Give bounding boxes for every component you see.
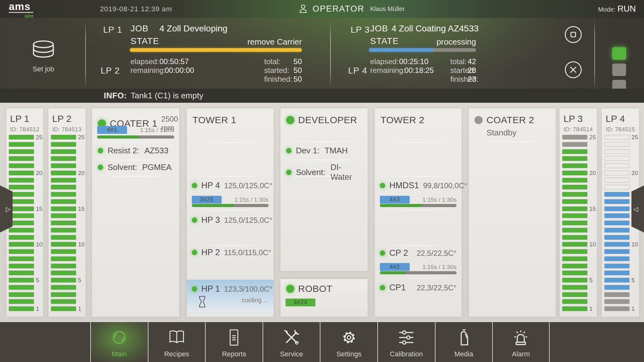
close-icon xyxy=(564,61,582,79)
panel-developer[interactable]: DEVELOPER Dev 1:TMAH Solvent:DI-Water xyxy=(280,108,368,271)
wafer-slot: 5 xyxy=(604,278,638,282)
status-dot xyxy=(286,116,294,124)
finished-value: 23 xyxy=(461,75,476,84)
wafer-slot xyxy=(9,264,42,268)
divider xyxy=(284,141,364,142)
lp2-label[interactable]: LP 2 xyxy=(101,66,120,76)
loadport-card-lp3[interactable]: LP 3 ID: 784514 2520151051 xyxy=(560,108,597,317)
wafer-slot xyxy=(51,156,84,161)
panel-coater2[interactable]: COATER 2 Standby xyxy=(469,108,556,317)
wafer-slot: 25 xyxy=(604,135,638,140)
panel-tower2[interactable]: TOWER 2 HMDS1 99,8/100,0C° 4#3 1:15s / 1… xyxy=(375,108,462,317)
set-job-button[interactable]: Set job xyxy=(25,40,62,73)
nav-label: Alarm xyxy=(512,350,530,358)
slot-number: 25 xyxy=(78,134,85,141)
nav-item-calibration[interactable]: Calibration xyxy=(377,322,435,362)
wafer-slot xyxy=(51,185,84,189)
wafer-slot xyxy=(51,221,84,225)
wafer-slot xyxy=(562,199,596,204)
nav-item-recipes[interactable]: Recipes xyxy=(148,322,205,362)
elapsed-value: 00:25:10 xyxy=(399,57,428,66)
unit-cp1[interactable]: CP1 22,3/22,5C° xyxy=(380,283,457,293)
slot-number: 1 xyxy=(631,305,635,312)
job-panel-lp34[interactable]: LP 3 LP 4 JOB 4 Zoll Coating AZ4533 STAT… xyxy=(344,18,485,89)
expand-right-icon: ▷ xyxy=(6,205,11,213)
nav-item-settings[interactable]: Settings xyxy=(320,322,377,362)
wafer-slot xyxy=(604,156,638,161)
nav-item-media[interactable]: Media xyxy=(435,322,492,362)
slot-number: 1 xyxy=(36,305,39,312)
divider xyxy=(95,176,176,177)
wafer-slot: 15 xyxy=(562,206,596,211)
divider xyxy=(594,19,595,90)
cancel-button[interactable] xyxy=(564,61,582,79)
loadport-card-lp2[interactable]: LP 2 ID: 784513 2520151051 xyxy=(48,108,86,317)
divider xyxy=(378,278,458,279)
wafer-chip: 4#2 xyxy=(380,263,410,271)
expand-left-icon: ◁ xyxy=(633,205,638,213)
panel-tower1[interactable]: TOWER 1 HP 4 125,0/125,0C° 3#25 1:15s / … xyxy=(187,108,274,317)
nav-item-alarm[interactable]: Alarm xyxy=(492,322,550,362)
wafer-slot xyxy=(51,192,84,197)
lp4-label[interactable]: LP 4 xyxy=(348,66,367,76)
unit-cp2[interactable]: CP 2 22,5/22,5C° xyxy=(380,248,457,258)
total-value: 42 xyxy=(461,57,476,66)
panel-title: COATER 2 xyxy=(486,115,534,125)
wafer-slot xyxy=(604,292,638,297)
service-icon xyxy=(282,328,301,347)
lp-id: ID: 784512 xyxy=(10,126,39,133)
panel-robot[interactable]: ROBOT 3#24 xyxy=(280,279,368,317)
wafer-slot xyxy=(9,185,42,189)
lp1-label[interactable]: LP 1 xyxy=(103,25,122,35)
cooling-status: cooling ... xyxy=(242,297,269,304)
panel-title: TOWER 2 xyxy=(380,115,425,125)
unit-hmds1[interactable]: HMDS1 99,8/100,0C° xyxy=(380,181,457,190)
panel-coater1[interactable]: COATER 1 2500 rpm 4#1 1:15s / 1:30s Resi… xyxy=(92,108,179,317)
wafer-slot xyxy=(9,299,42,304)
wafer-slot xyxy=(9,228,42,233)
job-panel-lp12[interactable]: LP 1 LP 2 JOB 4 Zoll Developing STATE re… xyxy=(94,18,311,89)
state-value: processing xyxy=(436,37,476,47)
slot-number: 25 xyxy=(36,134,42,141)
wafer-slot xyxy=(604,299,638,304)
divider xyxy=(378,142,458,143)
nav-item-main[interactable]: Main xyxy=(90,322,148,362)
wafer-slot xyxy=(51,235,84,240)
wafer-slot: 20 xyxy=(51,171,84,175)
solvent-row: Solvent:DI-Water xyxy=(286,162,363,182)
status-dot xyxy=(475,116,483,124)
wafer-slot: 10 xyxy=(604,242,638,247)
state-label: STATE xyxy=(370,36,399,46)
stop-button[interactable] xyxy=(564,25,582,44)
wafer-slot xyxy=(562,292,596,297)
nav-item-service[interactable]: Service xyxy=(263,322,320,362)
process-progress xyxy=(97,135,174,139)
unit-hp4[interactable]: HP 4 125,0/125,0C° xyxy=(192,181,269,190)
nav-item-reports[interactable]: Reports xyxy=(205,322,263,362)
step-time: 1:15s / 1:30s xyxy=(140,127,174,134)
job-label: JOB xyxy=(370,24,388,34)
wafer-slot xyxy=(604,249,638,254)
panel-title: DEVELOPER xyxy=(298,115,357,125)
unit-hp3[interactable]: HP 3 125,0/125,0C° xyxy=(192,215,269,225)
wafer-slot xyxy=(51,213,84,218)
operator-block[interactable]: OPERATOR Klaus Müller xyxy=(298,3,405,14)
wafer-slot xyxy=(9,213,42,218)
right-drawer-tab[interactable]: ◁ xyxy=(631,185,644,233)
wafer-slot xyxy=(562,271,596,275)
wafer-slot xyxy=(562,156,596,161)
left-drawer-tab[interactable]: ▷ xyxy=(0,185,13,233)
wafer-slot xyxy=(9,149,42,154)
nav-label: Recipes xyxy=(164,350,189,358)
unit-hp1[interactable]: HP 1 123,3/100,0C° cooling ... xyxy=(187,280,274,317)
unit-hp2[interactable]: HP 2 115,0/115,0C° xyxy=(192,248,269,257)
divider xyxy=(190,210,270,211)
wafer-slot xyxy=(51,228,84,233)
lp3-label[interactable]: LP 3 xyxy=(351,25,370,35)
operator-label: OPERATOR xyxy=(313,4,364,14)
media-icon xyxy=(454,328,473,347)
lp-id: ID: 784514 xyxy=(564,126,593,133)
status-dot xyxy=(380,183,385,188)
wafer-slot xyxy=(51,256,84,261)
wafer-slot: 1 xyxy=(9,306,42,311)
